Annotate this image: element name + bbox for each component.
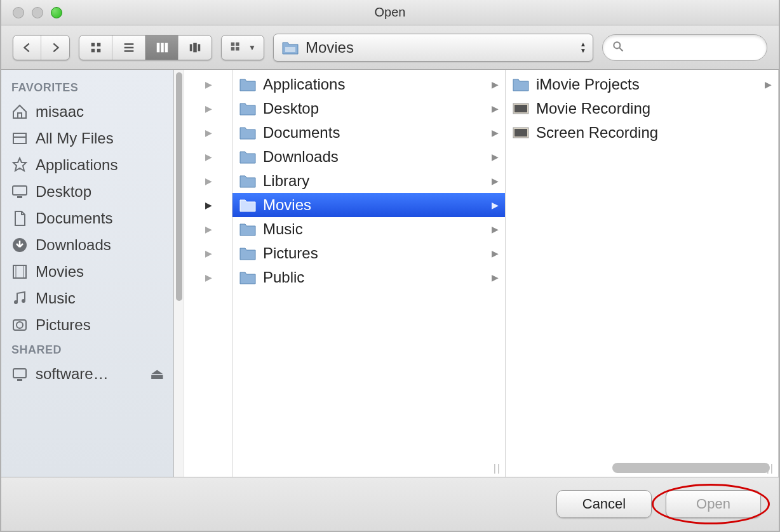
arrange-dropdown[interactable]: ▼	[221, 35, 264, 60]
titlebar: Open	[1, 0, 779, 25]
parent-column-row[interactable]: ▶	[185, 193, 232, 217]
svg-rect-36	[514, 105, 527, 112]
parent-column-row[interactable]: ▶	[185, 121, 232, 145]
parent-column-row[interactable]: ▶	[185, 96, 232, 121]
downloads-icon	[10, 236, 29, 255]
chevron-right-icon: ▶	[205, 128, 212, 138]
list-item[interactable]: Applications ▶	[232, 72, 505, 96]
desktop-icon	[10, 182, 29, 201]
parent-column-row[interactable]: ▶	[185, 145, 232, 169]
list-item[interactable]: Documents ▶	[232, 121, 505, 145]
svg-rect-14	[236, 42, 239, 46]
svg-rect-3	[97, 48, 100, 52]
list-item[interactable]: Screen Recording	[506, 121, 778, 145]
toolbar: ▼ Movies ▲▼	[1, 25, 779, 70]
svg-rect-13	[231, 42, 235, 46]
chevron-right-icon: ▶	[205, 248, 212, 258]
sidebar-item-movies[interactable]: Movies	[1, 258, 173, 285]
scrollbar-track[interactable]	[174, 70, 184, 477]
movie-file-icon	[512, 124, 530, 141]
svg-rect-11	[193, 43, 197, 52]
svg-rect-16	[236, 47, 239, 51]
sidebar-item-label: All My Files	[36, 130, 114, 147]
browser-body: FAVORITES misaac All My Files Applicatio…	[1, 70, 779, 477]
sidebar-item-desktop[interactable]: Desktop	[1, 178, 173, 205]
list-item[interactable]: Library ▶	[232, 169, 505, 193]
folder-icon	[239, 197, 257, 213]
item-label: Movie Recording	[536, 100, 650, 117]
item-label: Applications	[263, 76, 345, 93]
sidebar-item-label: Music	[36, 289, 76, 307]
movies-icon	[10, 262, 29, 281]
movie-file-icon	[512, 100, 530, 117]
list-item[interactable]: Movie Recording	[506, 96, 778, 121]
docs-icon	[10, 209, 29, 228]
sidebar-item-label: Downloads	[36, 236, 111, 254]
list-item[interactable]: Downloads ▶	[232, 145, 505, 169]
search-field[interactable]	[602, 34, 767, 61]
folder-icon	[239, 124, 257, 141]
parent-column-row[interactable]: ▶	[185, 169, 232, 193]
open-dialog-window: Open ▼	[0, 0, 780, 532]
sidebar-item-pictures[interactable]: Pictures	[1, 312, 173, 338]
list-item[interactable]: Pictures ▶	[232, 241, 505, 265]
chevron-right-icon: ▶	[492, 224, 499, 234]
list-item[interactable]: Desktop ▶	[232, 96, 505, 121]
folder-icon	[239, 245, 257, 262]
open-button[interactable]: Open	[666, 490, 761, 518]
allfiles-icon	[10, 129, 29, 148]
sidebar-item-downloads[interactable]: Downloads	[1, 232, 173, 258]
parent-column-row[interactable]: ▶	[185, 72, 232, 96]
movies-folder-icon	[281, 39, 299, 56]
sidebar-item-all-my-files[interactable]: All My Files	[1, 125, 173, 152]
list-item[interactable]: Public ▶	[232, 265, 505, 289]
item-label: Pictures	[263, 244, 318, 262]
horizontal-scrollbar[interactable]	[365, 463, 770, 473]
svg-rect-15	[231, 47, 235, 51]
location-popup[interactable]: Movies ▲▼	[273, 34, 593, 62]
chevron-down-icon: ▼	[248, 43, 256, 52]
chevron-right-icon: ▶	[492, 200, 499, 210]
chevron-right-icon: ▶	[205, 200, 212, 210]
scrollbar-thumb[interactable]	[176, 72, 182, 301]
sidebar-item-documents[interactable]: Documents	[1, 205, 173, 232]
parent-column-row[interactable]: ▶	[185, 217, 232, 241]
sidebar-item-label: Movies	[36, 263, 84, 281]
list-item[interactable]: iMovie Projects▶	[506, 72, 778, 96]
view-mode-switcher	[79, 35, 212, 60]
search-input[interactable]	[629, 40, 780, 55]
item-label: Movies	[263, 196, 311, 214]
sidebar-section-header: SHARED	[1, 338, 173, 361]
chevron-right-icon: ▶	[765, 79, 772, 90]
column-view-button[interactable]	[145, 36, 178, 60]
eject-icon[interactable]: ⏏	[150, 365, 165, 383]
item-label: Library	[263, 172, 309, 190]
coverflow-view-button[interactable]	[178, 36, 212, 60]
apps-icon	[10, 156, 29, 175]
forward-button[interactable]	[41, 36, 69, 60]
back-button[interactable]	[13, 36, 41, 60]
list-item[interactable]: Movies ▶	[232, 193, 505, 217]
parent-column-row[interactable]: ▶	[185, 265, 232, 289]
horizontal-scrollbar-thumb[interactable]	[612, 463, 770, 473]
column-0: ▶▶▶▶▶▶▶▶▶	[174, 70, 232, 477]
folder-icon	[239, 221, 257, 237]
svg-rect-38	[514, 129, 527, 136]
chevron-right-icon: ▶	[492, 103, 499, 114]
parent-column-row[interactable]: ▶	[185, 241, 232, 265]
svg-rect-21	[13, 133, 26, 143]
sidebar-item-music[interactable]: Music	[1, 285, 173, 312]
column-browser: ▶▶▶▶▶▶▶▶▶ Applications ▶ Desktop ▶ Docum…	[174, 70, 779, 477]
svg-rect-0	[91, 43, 95, 46]
list-item[interactable]: Music ▶	[232, 217, 505, 241]
svg-rect-34	[17, 379, 22, 381]
sidebar-section-header: FAVORITES	[1, 76, 173, 98]
sidebar-item-applications[interactable]: Applications	[1, 152, 173, 178]
list-view-button[interactable]	[112, 36, 145, 60]
cancel-button[interactable]: Cancel	[556, 490, 652, 518]
sidebar-item-software-[interactable]: software…⏏	[1, 361, 173, 387]
sidebar-item-misaac[interactable]: misaac	[1, 98, 173, 125]
icon-view-button[interactable]	[79, 36, 112, 60]
search-icon	[612, 40, 624, 55]
chevron-right-icon: ▶	[492, 248, 499, 258]
